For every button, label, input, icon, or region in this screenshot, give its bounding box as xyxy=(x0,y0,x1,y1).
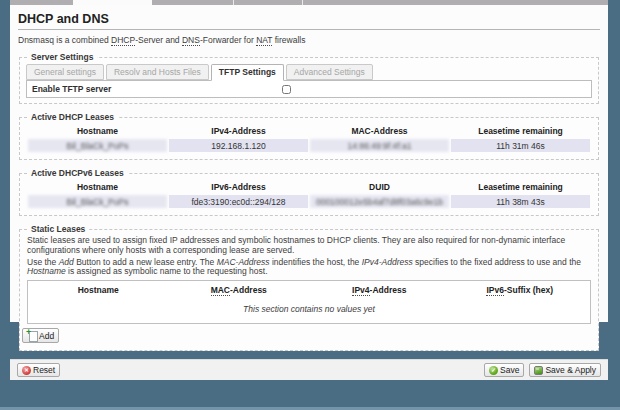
intro-segment: firewalls xyxy=(272,35,305,45)
reset-button-label: Reset xyxy=(33,365,55,375)
col-ipv6: IPv6-Address xyxy=(169,181,308,193)
page-title: DHCP and DNS xyxy=(18,12,600,26)
col-label: -Suffix (hex) xyxy=(504,285,553,295)
desc-ipv4-italic: IPv4-Address xyxy=(362,257,413,267)
desc-add-italic: Add xyxy=(59,257,74,267)
col-duid: DUID xyxy=(310,181,449,193)
desc-mac-italic: MAC-Address xyxy=(217,257,270,267)
save-icon xyxy=(489,366,498,375)
col-abbr: IPv6 xyxy=(486,285,504,296)
tab-advanced-settings[interactable]: Advanced Settings xyxy=(286,64,373,80)
section-active-dhcpv6-leases: Active DHCPv6 Leases Hostname IPv6-Addre… xyxy=(19,168,599,216)
content-page: DHCP and DNS Dnsmasq is a combined DHCP-… xyxy=(10,5,608,322)
empty-section-message: This section contains no values yet xyxy=(28,297,590,323)
lease-time: 11h 38m 43s xyxy=(451,195,590,208)
desc-segment: Use the xyxy=(27,257,59,267)
tftp-settings-panel: Enable TFTP server xyxy=(26,80,592,98)
save-button[interactable]: Save xyxy=(484,363,524,377)
static-leases-description-2: Use the Add Button to add a new lease en… xyxy=(27,258,591,277)
intro-text: Dnsmasq is a combined DHCP-Server and DN… xyxy=(18,35,600,45)
col-label: Hostname xyxy=(78,285,119,295)
footer-right-group: Save Save & Apply xyxy=(484,363,601,377)
intro-segment: -Server and xyxy=(135,35,182,45)
section-legend: Active DHCP Leases xyxy=(27,112,118,122)
lease-hostname: Bil_BlaCk_PoPs xyxy=(28,139,167,152)
page-actions-bar: Reset Save Save & Apply xyxy=(10,359,608,380)
section-server-settings: Server Settings General settings Resolv … xyxy=(19,52,599,104)
save-apply-button-label: Save & Apply xyxy=(545,365,596,375)
section-legend: Static Leases xyxy=(27,224,89,234)
lease-ipv6: fde3:3190:ec0d::294/128 xyxy=(169,195,308,208)
intro-segment: Dnsmasq is a combined xyxy=(18,35,111,45)
col-mac: MAC-Address xyxy=(310,125,449,137)
col-hostname: Hostname xyxy=(28,181,167,193)
tab-general-settings[interactable]: General settings xyxy=(26,64,104,80)
desc-segment: Button to add a new lease entry. The xyxy=(74,257,217,267)
lease-ipv4: 192.168.1.120 xyxy=(169,139,308,152)
desc-segment: indentifies the host, the xyxy=(270,257,362,267)
add-icon xyxy=(27,330,37,341)
col-label: -Address xyxy=(230,285,267,295)
col-label: -Address xyxy=(370,285,407,295)
reset-icon xyxy=(22,366,31,375)
abbr-dhcp: DHCP xyxy=(111,35,135,46)
static-leases-header: Hostname MAC-Address IPv4-Address IPv6-S… xyxy=(28,283,590,297)
abbr-nat: NAT xyxy=(256,35,272,46)
table-row: Bil_BlaCk_PoPs 192.168.1.120 14:86:49:9f… xyxy=(28,139,590,152)
static-leases-table-box: Hostname MAC-Address IPv4-Address IPv6-S… xyxy=(27,280,591,324)
enable-tftp-row: Enable TFTP server xyxy=(27,81,591,97)
tab-tftp-settings[interactable]: TFTP Settings xyxy=(211,64,284,81)
section-legend: Server Settings xyxy=(27,52,97,62)
add-button-label: Add xyxy=(39,331,54,341)
col-abbr: MAC xyxy=(211,285,230,296)
intro-segment: -Forwarder for xyxy=(200,35,256,45)
lease-mac: 14:86:49:9f:4f:a1 xyxy=(310,139,449,152)
col-mac: MAC-Address xyxy=(169,283,310,297)
save-apply-button[interactable]: Save & Apply xyxy=(529,363,601,377)
section-legend: Active DHCPv6 Leases xyxy=(27,168,128,178)
table-row: Bil_BlaCk_PoPs fde3:3190:ec0d::294/128 0… xyxy=(28,195,590,208)
col-leasetime: Leasetime remaining xyxy=(451,125,590,137)
table-header-row: Hostname MAC-Address IPv4-Address IPv6-S… xyxy=(28,283,590,297)
col-hostname: Hostname xyxy=(28,125,167,137)
table-header-row: Hostname IPv4-Address MAC-Address Leaset… xyxy=(28,125,590,137)
col-ipv4: IPv4-Address xyxy=(169,125,308,137)
col-hostname: Hostname xyxy=(28,283,169,297)
lease-hostname: Bil_BlaCk_PoPs xyxy=(28,195,167,208)
section-static-leases: Static Leases Static leases are used to … xyxy=(19,224,599,351)
reset-button[interactable]: Reset xyxy=(17,363,60,377)
lease-time: 11h 31m 46s xyxy=(451,139,590,152)
desc-segment: specifies to the fixed address to use an… xyxy=(413,257,581,267)
table-header-row: Hostname IPv6-Address DUID Leasetime rem… xyxy=(28,181,590,193)
save-button-label: Save xyxy=(500,365,519,375)
title-divider xyxy=(18,29,600,30)
lease-duid: 000100012e5b4af7d8f03a6c9e1b xyxy=(310,195,449,208)
col-ipv6-suffix: IPv6-Suffix (hex) xyxy=(450,283,591,297)
abbr-dns: DNS xyxy=(182,35,200,46)
desc-segment: is assigned as symbolic name to the requ… xyxy=(66,266,268,276)
col-ipv4: IPv4-Address xyxy=(309,283,450,297)
add-button[interactable]: Add xyxy=(22,328,59,343)
enable-tftp-checkbox[interactable] xyxy=(282,85,291,94)
col-abbr: IPv4 xyxy=(352,285,370,296)
col-leasetime: Leasetime remaining xyxy=(451,181,590,193)
enable-tftp-label: Enable TFTP server xyxy=(32,84,282,94)
desc-hostname-italic: Hostname xyxy=(27,266,66,276)
server-settings-tabbar: General settings Resolv and Hosts Files … xyxy=(26,64,592,80)
tab-resolv-hosts-files[interactable]: Resolv and Hosts Files xyxy=(106,64,209,80)
dhcp-leases-table: Hostname IPv4-Address MAC-Address Leaset… xyxy=(26,123,592,154)
section-active-dhcp-leases: Active DHCP Leases Hostname IPv4-Address… xyxy=(19,112,599,160)
dhcpv6-leases-table: Hostname IPv6-Address DUID Leasetime rem… xyxy=(26,179,592,210)
apply-icon xyxy=(534,366,543,375)
static-leases-description-1: Static leases are used to assign fixed I… xyxy=(27,236,591,255)
